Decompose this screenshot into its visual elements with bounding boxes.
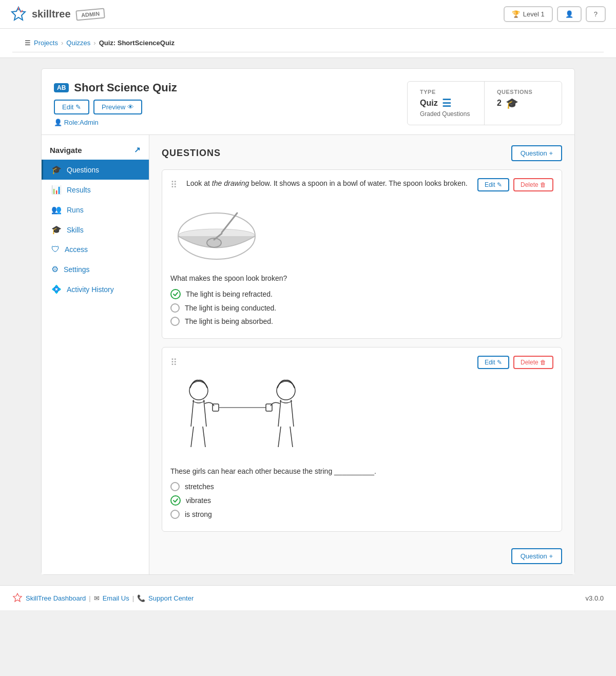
svg-line-10 bbox=[203, 427, 205, 447]
sidebar-runs-label: Runs bbox=[67, 206, 84, 214]
quiz-title: Short Science Quiz bbox=[74, 81, 177, 94]
answer-1-2: The light is being conducted. bbox=[170, 303, 553, 313]
questions-icon bbox=[51, 165, 62, 175]
answer-1-3: The light is being absorbed. bbox=[170, 317, 553, 326]
navigate-icon: ↗ bbox=[134, 145, 141, 154]
answer-2-2: vibrates bbox=[170, 495, 553, 506]
logo-text: skilltree bbox=[32, 8, 71, 20]
question-1-image bbox=[170, 198, 553, 266]
preview-quiz-button[interactable]: Preview 👁 bbox=[93, 100, 142, 114]
breadcrumb-current: Quiz: ShortScienceQuiz bbox=[99, 39, 175, 47]
sidebar-skills-label: Skills bbox=[67, 226, 84, 234]
footer: SkillTree Dashboard | ✉ Email Us | 📞 Sup… bbox=[0, 585, 616, 610]
help-icon: ? bbox=[594, 10, 598, 18]
sidebar-item-activity-history[interactable]: 💠 Activity History bbox=[42, 279, 149, 299]
drag-handle-2[interactable]: ⠿ bbox=[170, 357, 177, 368]
radio-2-3 bbox=[170, 510, 180, 519]
sidebar-item-access[interactable]: 🛡 Access bbox=[42, 240, 149, 259]
content-area: QUESTIONS Question + ⠿ Loo bbox=[149, 135, 574, 574]
quiz-meta: TYPE Quiz ☰ Graded Questions QUESTIONS 2… bbox=[407, 81, 562, 125]
graduation-icon: 🎓 bbox=[506, 97, 518, 109]
question-2-image bbox=[170, 375, 553, 459]
answer-1-3-text: The light is being absorbed. bbox=[185, 317, 273, 325]
answer-1-1-text: The light is being refracted. bbox=[186, 290, 273, 298]
correct-radio-1 bbox=[170, 289, 181, 299]
help-button[interactable]: ? bbox=[586, 6, 606, 22]
svg-line-14 bbox=[278, 427, 281, 447]
answer-2-3: is strong bbox=[170, 510, 553, 519]
quiz-type-meta: TYPE Quiz ☰ Graded Questions bbox=[408, 82, 485, 125]
runs-icon: 👥 bbox=[51, 205, 62, 215]
role-label: 👤 Role:Admin bbox=[54, 119, 407, 126]
sidebar-item-settings[interactable]: ⚙ Settings bbox=[42, 259, 149, 279]
question-card-2: ⠿ Edit ✎ Delete 🗑 bbox=[162, 347, 562, 532]
phone-icon: 📞 bbox=[137, 594, 145, 602]
sidebar-item-runs[interactable]: 👥 Runs bbox=[42, 200, 149, 220]
question-card-1: ⠿ Look at the drawing below. It shows a … bbox=[162, 169, 562, 339]
question-1-sub: What makes the spoon look broken? bbox=[170, 273, 553, 284]
edit-question-1-button[interactable]: Edit ✎ bbox=[477, 178, 509, 191]
footer-logo-icon bbox=[12, 593, 23, 603]
answer-2-1: stretches bbox=[170, 482, 553, 491]
add-question-button-top[interactable]: Question + bbox=[511, 145, 562, 161]
breadcrumb-sep1: › bbox=[61, 39, 63, 47]
radio-2-1 bbox=[170, 482, 180, 491]
trophy-icon: 🏆 bbox=[512, 10, 520, 18]
email-icon: ✉ bbox=[94, 594, 100, 602]
admin-badge: ADMIN bbox=[75, 8, 105, 21]
user-icon: 👤 bbox=[565, 10, 573, 18]
sidebar-item-results[interactable]: 📊 Results bbox=[42, 180, 149, 200]
question-1-text: Look at the drawing below. It shows a sp… bbox=[186, 178, 468, 189]
drag-handle-1[interactable]: ⠿ bbox=[170, 179, 177, 190]
svg-line-9 bbox=[191, 427, 194, 447]
radio-1-2 bbox=[170, 303, 180, 313]
sidebar-results-label: Results bbox=[67, 186, 91, 194]
quiz-list-icon: ☰ bbox=[442, 97, 451, 109]
sidebar: Navigate ↗ Questions 📊 Results 👥 Runs bbox=[42, 135, 149, 574]
sidebar-settings-label: Settings bbox=[64, 265, 90, 274]
breadcrumb: ☰ Projects › Quizzes › Quiz: ShortScienc… bbox=[12, 34, 604, 52]
activity-icon: 💠 bbox=[51, 284, 62, 294]
sidebar-item-skills[interactable]: 🎓 Skills bbox=[42, 220, 149, 240]
edit-question-2-button[interactable]: Edit ✎ bbox=[477, 356, 509, 369]
sidebar-access-label: Access bbox=[65, 245, 88, 254]
level-button[interactable]: 🏆 Level 1 bbox=[504, 6, 553, 22]
svg-line-15 bbox=[290, 427, 293, 447]
sidebar-questions-label: Questions bbox=[67, 166, 99, 174]
access-icon: 🛡 bbox=[51, 245, 60, 254]
user-profile-button[interactable]: 👤 bbox=[557, 6, 582, 22]
question-2-text: These girls can hear each other because … bbox=[170, 466, 553, 477]
delete-question-1-button[interactable]: Delete 🗑 bbox=[513, 178, 553, 191]
footer-version: v3.0.0 bbox=[586, 594, 604, 602]
footer-support-link[interactable]: Support Center bbox=[148, 594, 194, 602]
skills-icon: 🎓 bbox=[51, 225, 62, 235]
correct-radio-2 bbox=[170, 495, 181, 506]
quiz-type-badge: AB bbox=[54, 83, 69, 92]
breadcrumb-quizzes[interactable]: Quizzes bbox=[66, 39, 90, 47]
questions-section-title: QUESTIONS bbox=[162, 148, 221, 159]
answer-1-2-text: The light is being conducted. bbox=[185, 304, 276, 312]
delete-question-2-button[interactable]: Delete 🗑 bbox=[513, 356, 553, 369]
sidebar-activity-label: Activity History bbox=[67, 285, 114, 294]
header-logo: skilltree ADMIN bbox=[10, 6, 105, 23]
edit-quiz-button[interactable]: Edit ✎ bbox=[54, 100, 89, 114]
sidebar-item-questions[interactable]: Questions bbox=[42, 160, 149, 180]
svg-marker-17 bbox=[13, 593, 22, 602]
results-icon: 📊 bbox=[51, 185, 62, 195]
svg-line-2 bbox=[21, 10, 23, 12]
settings-icon: ⚙ bbox=[51, 264, 59, 274]
quiz-questions-meta: QUESTIONS 2 🎓 bbox=[485, 82, 562, 125]
breadcrumb-icon: ☰ bbox=[25, 39, 31, 47]
footer-dashboard-link[interactable]: SkillTree Dashboard bbox=[26, 594, 86, 602]
answer-2-2-text: vibrates bbox=[186, 496, 211, 505]
add-question-button-bottom[interactable]: Question + bbox=[511, 548, 562, 564]
answer-2-3-text: is strong bbox=[185, 510, 212, 518]
breadcrumb-sep2: › bbox=[93, 39, 95, 47]
breadcrumb-projects[interactable]: Projects bbox=[34, 39, 58, 47]
footer-email-link[interactable]: Email Us bbox=[103, 594, 129, 602]
answer-2-1-text: stretches bbox=[185, 482, 214, 491]
radio-1-3 bbox=[170, 317, 180, 326]
navigate-label: Navigate bbox=[50, 146, 82, 154]
answer-1-1: The light is being refracted. bbox=[170, 289, 553, 299]
